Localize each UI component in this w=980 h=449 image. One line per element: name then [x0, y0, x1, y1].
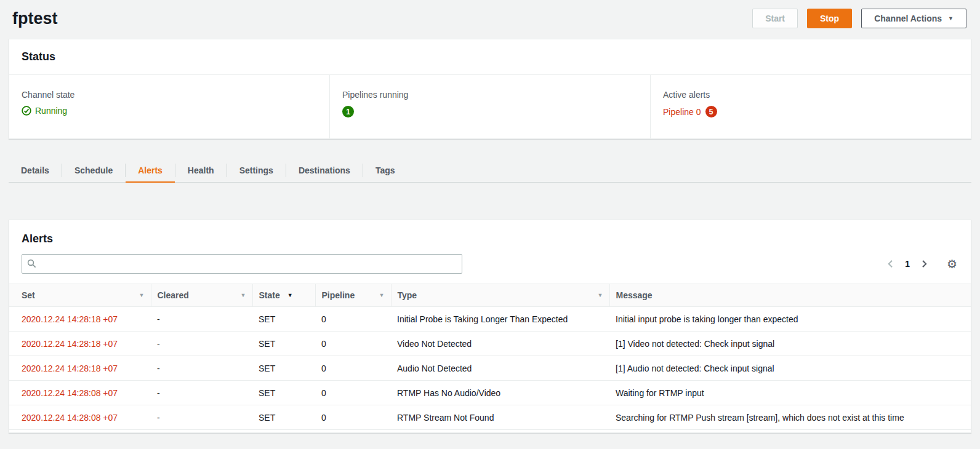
filter-caret-icon[interactable]: ▼ — [139, 293, 145, 298]
channel-state-column: Channel state Running — [9, 75, 329, 138]
column-header-cleared[interactable]: Cleared ▼ — [151, 284, 252, 307]
search-input[interactable] — [22, 254, 462, 274]
tab-destinations[interactable]: Destinations — [286, 159, 363, 183]
active-alerts-label: Active alerts — [663, 90, 958, 100]
pagination: 1 ⚙ — [886, 258, 957, 270]
alert-cleared-time: - — [151, 307, 252, 332]
column-header-label: Type — [398, 290, 417, 300]
alert-cleared-time: - — [151, 381, 252, 405]
alert-state: SET — [252, 307, 315, 332]
check-circle-icon — [22, 106, 31, 116]
alert-state: SET — [252, 405, 315, 430]
pipeline-0-alerts-link[interactable]: Pipeline 0 — [663, 107, 701, 117]
filter-caret-icon[interactable]: ▼ — [379, 293, 385, 298]
alert-pipeline: 0 — [315, 332, 391, 356]
alert-pipeline: 0 — [315, 381, 391, 405]
status-body: Channel state Running Pipelines running … — [9, 75, 971, 138]
filter-caret-icon[interactable]: ▼ — [241, 293, 246, 298]
table-header-row: Set ▼ Cleared ▼ State ▼ — [9, 284, 971, 307]
tab-schedule[interactable]: Schedule — [62, 159, 125, 183]
tab-bar: Details Schedule Alerts Health Settings … — [9, 159, 971, 183]
column-header-type[interactable]: Type ▼ — [391, 284, 609, 307]
column-header-message[interactable]: Message — [609, 284, 971, 307]
alert-message: [1] Audio not detected: Check input sign… — [609, 356, 971, 381]
alert-cleared-time: - — [151, 405, 252, 430]
status-card-header: Status — [9, 39, 971, 75]
alert-message: [1] Video not detected: Check input sign… — [609, 332, 971, 356]
alert-cleared-time: - — [151, 332, 252, 356]
stop-button[interactable]: Stop — [807, 9, 852, 28]
alert-type: Video Not Detected — [391, 332, 609, 356]
tab-health[interactable]: Health — [175, 159, 227, 183]
pipelines-running-label: Pipelines running — [342, 90, 638, 100]
page-title: fptest — [12, 9, 58, 28]
previous-page-icon[interactable] — [886, 259, 896, 269]
alert-state: SET — [252, 332, 315, 356]
alert-set-time: 2020.12.24 14:28:08 +07 — [9, 405, 151, 430]
alert-pipeline: 0 — [315, 307, 391, 332]
column-header-state[interactable]: State ▼ — [252, 284, 315, 307]
tab-alerts[interactable]: Alerts — [126, 159, 175, 183]
alert-set-time: 2020.12.24 14:28:08 +07 — [9, 381, 151, 405]
alert-type: Initial Probe is Taking Longer Than Expe… — [391, 307, 609, 332]
column-header-pipeline[interactable]: Pipeline ▼ — [315, 284, 391, 307]
search-box — [22, 254, 462, 274]
alert-pipeline: 0 — [315, 405, 391, 430]
alert-message: Initial input probe is taking longer tha… — [609, 307, 971, 332]
column-header-label: Message — [616, 290, 653, 300]
table-row: 2020.12.24 14:28:08 +07 - SET 0 RTMP Str… — [9, 405, 971, 430]
column-header-set[interactable]: Set ▼ — [9, 284, 151, 307]
alerts-card: Alerts 1 ⚙ — [9, 220, 971, 433]
alert-type: RTMP Stream Not Found — [391, 405, 609, 430]
alerts-toolbar: 1 ⚙ — [9, 245, 971, 284]
alert-pipeline: 0 — [315, 356, 391, 381]
alerts-table: Set ▼ Cleared ▼ State ▼ — [9, 284, 971, 430]
alert-message: Waiting for RTMP input — [609, 381, 971, 405]
status-title: Status — [22, 50, 958, 63]
search-icon — [27, 259, 36, 270]
channel-state-text: Running — [35, 106, 67, 116]
channel-actions-label: Channel Actions — [874, 14, 942, 23]
alert-message: Searching for RTMP Push stream [stream],… — [609, 405, 971, 430]
alert-set-time: 2020.12.24 14:28:18 +07 — [9, 332, 151, 356]
table-row: 2020.12.24 14:28:18 +07 - SET 0 Audio No… — [9, 356, 971, 381]
tab-details[interactable]: Details — [9, 159, 62, 183]
pipelines-running-column: Pipelines running 1 — [329, 75, 650, 138]
channel-state-value: Running — [22, 106, 67, 116]
status-card: Status Channel state Running Pipelines r… — [9, 39, 971, 139]
tab-settings[interactable]: Settings — [227, 159, 286, 183]
sort-caret-icon[interactable]: ▼ — [287, 293, 293, 298]
column-header-label: Set — [22, 290, 35, 300]
channel-actions-button[interactable]: Channel Actions ▼ — [861, 9, 966, 28]
caret-down-icon: ▼ — [948, 16, 954, 22]
alert-state: SET — [252, 381, 315, 405]
tab-tags[interactable]: Tags — [363, 159, 408, 183]
header-actions: Start Stop Channel Actions ▼ — [752, 9, 966, 28]
alert-type: RTMP Has No Audio/Video — [391, 381, 609, 405]
settings-gear-icon[interactable]: ⚙ — [947, 258, 957, 270]
current-page-number[interactable]: 1 — [905, 259, 910, 269]
active-alerts-column: Active alerts Pipeline 0 5 — [650, 75, 971, 138]
column-header-label: Pipeline — [322, 290, 355, 300]
table-row: 2020.12.24 14:28:08 +07 - SET 0 RTMP Has… — [9, 381, 971, 405]
column-header-label: State — [259, 290, 280, 300]
alert-set-time: 2020.12.24 14:28:18 +07 — [9, 356, 151, 381]
next-page-icon[interactable] — [919, 259, 929, 269]
start-button[interactable]: Start — [752, 9, 798, 28]
alerts-title: Alerts — [22, 232, 958, 245]
pipelines-running-badge: 1 — [342, 106, 354, 117]
channel-state-label: Channel state — [22, 90, 317, 100]
alert-cleared-time: - — [151, 356, 252, 381]
table-row: 2020.12.24 14:28:18 +07 - SET 0 Video No… — [9, 332, 971, 356]
table-row: 2020.12.24 14:28:18 +07 - SET 0 Initial … — [9, 307, 971, 332]
active-alerts-count-badge: 5 — [705, 106, 717, 117]
alert-set-time: 2020.12.24 14:28:18 +07 — [9, 307, 151, 332]
filter-caret-icon[interactable]: ▼ — [598, 293, 603, 298]
column-header-label: Cleared — [158, 290, 189, 300]
alert-type: Audio Not Detected — [391, 356, 609, 381]
page-header: fptest Start Stop Channel Actions ▼ — [0, 0, 980, 39]
alert-state: SET — [252, 356, 315, 381]
alerts-card-header: Alerts — [9, 220, 971, 245]
